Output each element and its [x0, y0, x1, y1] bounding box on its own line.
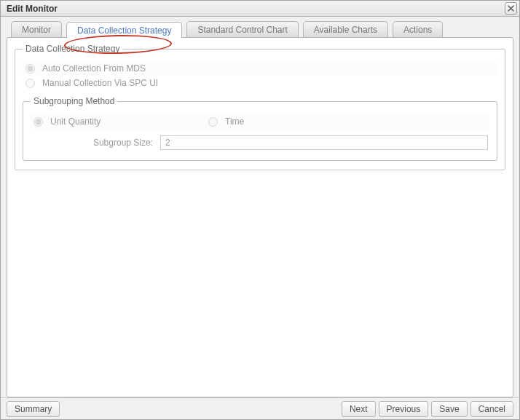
tabstrip: Monitor Data Collection Strategy Standar…	[7, 21, 513, 37]
tab-label: Available Charts	[314, 25, 377, 35]
tab-label: Data Collection Strategy	[77, 25, 171, 36]
button-label: Previous	[387, 404, 421, 414]
tab-label: Standard Control Chart	[197, 25, 287, 35]
save-button[interactable]: Save	[431, 401, 467, 417]
radio-label: Unit Quantity	[50, 116, 101, 127]
subgrouping-options-row: Unit Quantity Time	[31, 114, 489, 130]
unit-quantity-radio[interactable]	[34, 117, 43, 127]
group-legend: Subgrouping Method	[31, 96, 117, 106]
subgrouping-method-group: Subgrouping Method Unit Quantity Time	[23, 96, 497, 161]
subgroup-size-input[interactable]	[160, 135, 488, 150]
tab-actions[interactable]: Actions	[393, 21, 443, 37]
cancel-button[interactable]: Cancel	[470, 401, 513, 417]
time-option[interactable]: Time	[207, 116, 244, 127]
radio-label: Auto Collection From MDS	[42, 63, 146, 74]
tab-data-collection-strategy[interactable]: Data Collection Strategy	[66, 22, 182, 38]
dialog-content: Monitor Data Collection Strategy Standar…	[1, 17, 519, 397]
edit-monitor-dialog: Edit Monitor Monitor Data Collection Str…	[0, 0, 520, 420]
subgroup-size-row: Subgroup Size:	[31, 134, 489, 151]
previous-button[interactable]: Previous	[379, 401, 429, 417]
auto-collection-radio[interactable]	[25, 64, 35, 74]
close-button[interactable]	[505, 2, 517, 15]
summary-button[interactable]: Summary	[7, 401, 60, 417]
button-label: Save	[439, 404, 459, 414]
tab-standard-control-chart[interactable]: Standard Control Chart	[186, 21, 298, 37]
tab-label: Actions	[403, 25, 432, 35]
manual-collection-option[interactable]: Manual Collection Via SPC UI	[23, 76, 497, 90]
radio-label: Manual Collection Via SPC UI	[42, 78, 158, 88]
close-icon	[508, 4, 514, 14]
tab-panel: Data Collection Strategy Auto Collection…	[7, 37, 513, 397]
tab-available-charts[interactable]: Available Charts	[303, 21, 388, 37]
radio-label: Time	[225, 116, 244, 127]
subgroup-size-label: Subgroup Size:	[32, 138, 156, 148]
tab-label: Monitor	[22, 25, 51, 35]
dialog-title: Edit Monitor	[7, 4, 58, 14]
button-label: Cancel	[478, 404, 505, 414]
auto-collection-option[interactable]: Auto Collection From MDS	[23, 61, 497, 76]
manual-collection-radio[interactable]	[25, 79, 35, 88]
group-legend: Data Collection Strategy	[23, 44, 122, 54]
dialog-titlebar: Edit Monitor	[1, 1, 519, 17]
dialog-footer: Summary Next Previous Save Cancel	[1, 397, 519, 419]
time-radio[interactable]	[208, 117, 218, 127]
button-label: Next	[350, 404, 368, 414]
tab-monitor[interactable]: Monitor	[11, 21, 62, 37]
data-collection-strategy-group: Data Collection Strategy Auto Collection…	[15, 44, 505, 170]
unit-quantity-option[interactable]: Unit Quantity	[32, 116, 207, 127]
button-label: Summary	[15, 404, 52, 414]
next-button[interactable]: Next	[342, 401, 376, 417]
